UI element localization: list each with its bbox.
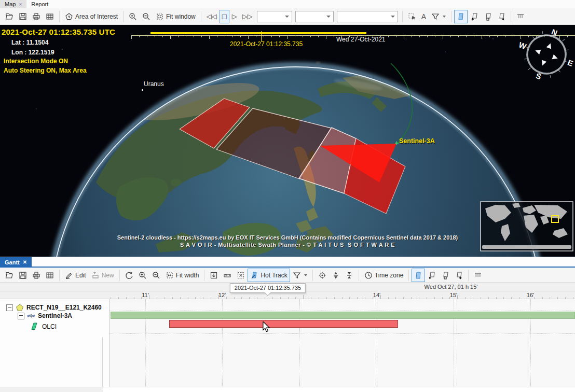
goto-time-button[interactable]	[316, 269, 329, 282]
toolbar-combo-1[interactable]	[257, 11, 292, 22]
new-plus-icon	[91, 271, 100, 279]
skip-back-button[interactable]: ◁◁	[204, 10, 220, 23]
fit-window-icon	[156, 12, 164, 21]
rotate-ccw-icon	[125, 271, 133, 279]
play-icon: ▷	[232, 13, 237, 20]
area-of-interest-button[interactable]: Area of Interest	[62, 10, 120, 23]
edit-button[interactable]: Edit	[62, 269, 89, 282]
tab-gantt-close-icon[interactable]: ✕	[23, 259, 27, 265]
stop-icon: □	[222, 12, 227, 20]
next-swath-icon	[497, 12, 505, 21]
planet-dot	[142, 89, 143, 91]
tree-aoi-label: RECT_N19__E121_K2460	[26, 304, 102, 311]
swath-select-icon	[441, 271, 449, 279]
tree-row-satellite[interactable]: Sentinel-3A	[18, 312, 72, 320]
tab-map-close-icon[interactable]: ×	[19, 2, 22, 7]
compass-e-label: E	[567, 58, 574, 68]
next-swath-button[interactable]	[495, 10, 508, 23]
gantt-save-button[interactable]	[16, 269, 30, 282]
skip-forward-icon: ▷▷	[242, 13, 253, 20]
utc-clock: 2021-Oct-27 01:12:35.735 UTC	[2, 27, 115, 36]
play-button[interactable]: ▷	[229, 10, 240, 23]
gantt-open-button[interactable]	[3, 269, 16, 282]
horizontal-scrollbar[interactable]	[103, 387, 575, 392]
new-button[interactable]: New	[89, 269, 117, 282]
skip-forward-button[interactable]: ▷▷	[240, 10, 255, 23]
tree-row-aoi[interactable]: RECT_N19__E121_K2460	[6, 303, 102, 312]
gantt-next-swath-button[interactable]	[452, 269, 466, 282]
gantt-zoom-in-button[interactable]	[136, 269, 149, 282]
stop-button[interactable]: □	[220, 10, 229, 23]
zoom-out-button[interactable]	[140, 10, 153, 23]
export-button[interactable]	[207, 269, 221, 282]
filter-funnel-icon	[431, 12, 440, 21]
hot-track-button[interactable]: Hot Track	[248, 269, 290, 282]
satellite-label: Sentinel-3A	[399, 137, 435, 145]
tab-map[interactable]: Map ×	[0, 0, 26, 8]
gantt-swath-select-button[interactable]	[439, 269, 452, 282]
minimap[interactable]	[480, 201, 573, 251]
mouse-cursor	[262, 321, 270, 333]
time-range-bar[interactable]	[150, 32, 366, 34]
zoom-in-button[interactable]	[126, 10, 140, 23]
clear-selection-button[interactable]	[234, 269, 248, 282]
swath-select-button[interactable]	[481, 10, 495, 23]
skip-back-icon: ◁◁	[207, 13, 217, 20]
columns-button[interactable]	[514, 10, 527, 23]
collapse-rows-button[interactable]	[343, 269, 356, 282]
map-tabstrip: Map × Report	[0, 0, 575, 9]
swath-visibility-button[interactable]	[454, 10, 468, 23]
open-button[interactable]	[3, 10, 16, 23]
gantt-swath-button[interactable]	[412, 269, 425, 282]
label-font-button[interactable]: A	[419, 10, 429, 23]
print-button[interactable]	[30, 10, 43, 23]
time-cursor[interactable]	[261, 31, 262, 41]
gantt-columns-button[interactable]	[471, 269, 485, 282]
hot-track-label: Hot Track	[261, 272, 287, 279]
gantt-zoom-out-button[interactable]	[149, 269, 163, 282]
collapse-expander-icon[interactable]	[18, 313, 24, 319]
fit-width-button[interactable]: Fit width	[163, 269, 202, 282]
tab-report[interactable]: Report	[26, 0, 53, 8]
coverage-bar[interactable]	[111, 312, 575, 319]
font-icon: A	[421, 13, 426, 20]
latitude-readout: Lat : 11.1504	[11, 39, 48, 46]
fit-window-button[interactable]: Fit window	[153, 10, 198, 23]
save-icon	[19, 12, 27, 21]
prev-swath-button[interactable]	[468, 10, 481, 23]
x-box-icon	[237, 271, 245, 279]
gantt-print-button[interactable]	[30, 269, 43, 282]
gantt-row-separator	[109, 311, 575, 311]
zoom-in-icon	[139, 271, 147, 279]
swath-select-icon	[484, 12, 492, 21]
row-height-button[interactable]	[221, 269, 234, 282]
gantt-chart-area[interactable]: RECT_N19__E121_K2460 Sentinel-3A OLCI	[0, 299, 575, 387]
map-viewport[interactable]: 2021-Oct-27 01:12:35.735 UTC Lat : 11.15…	[0, 25, 575, 257]
box-down-arrow-icon	[210, 271, 218, 279]
gantt-grid-button[interactable]	[43, 269, 57, 282]
aoi-pentagon-icon	[16, 303, 24, 312]
toolbar-combo-3[interactable]	[337, 11, 398, 22]
filter-button[interactable]	[429, 10, 448, 23]
toolbar-combo-2[interactable]	[295, 11, 334, 22]
time-zone-button[interactable]: Time zone	[362, 269, 406, 282]
grid-button[interactable]	[43, 10, 57, 23]
satellite-icon	[27, 312, 35, 320]
prev-swath-icon	[470, 12, 478, 21]
gantt-tree-panel: RECT_N19__E121_K2460 Sentinel-3A OLCI	[0, 299, 109, 387]
swath-icon	[414, 271, 422, 279]
gantt-prev-swath-button[interactable]	[425, 269, 439, 282]
tree-row-instrument[interactable]: OLCI	[30, 322, 57, 331]
expand-rows-button[interactable]	[329, 269, 343, 282]
gantt-filter-button[interactable]	[290, 269, 310, 282]
reset-zoom-button[interactable]	[122, 269, 136, 282]
columns-ruler-icon	[474, 271, 482, 279]
select-mode-button[interactable]	[405, 10, 419, 23]
time-zone-label: Time zone	[375, 272, 404, 279]
save-button[interactable]	[16, 10, 30, 23]
collapse-expander-icon[interactable]	[6, 304, 13, 311]
acquisition-bar[interactable]	[169, 320, 398, 328]
tab-gantt[interactable]: Gantt ✕	[0, 257, 32, 267]
tree-splitter[interactable]	[102, 337, 103, 387]
compass-rose: N S W E	[518, 25, 575, 82]
